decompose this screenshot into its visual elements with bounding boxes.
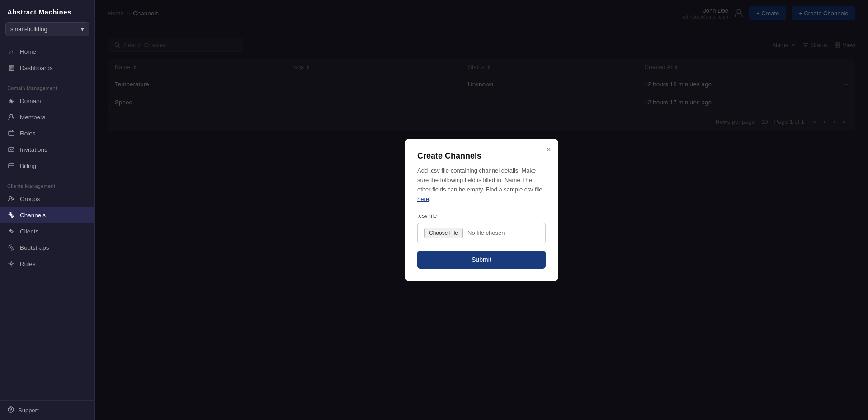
sidebar-item-label: Bootstraps — [20, 244, 49, 251]
dashboards-icon: ▦ — [7, 64, 15, 72]
workspace-selector[interactable]: smart-building ▾ — [5, 22, 89, 36]
domain-icon: ◈ — [7, 97, 15, 105]
sidebar-item-label: Billing — [20, 163, 36, 169]
csv-field-label: .csv file — [417, 212, 546, 219]
clients-icon — [7, 227, 15, 235]
sidebar-item-label: Dashboards — [20, 65, 53, 71]
svg-point-9 — [10, 263, 12, 265]
sidebar-item-invitations[interactable]: Invitations — [0, 141, 94, 158]
file-input-wrapper: Choose File No file chosen — [417, 223, 546, 243]
app-logo: Abstract Machines — [0, 0, 94, 22]
svg-rect-3 — [9, 164, 14, 168]
sidebar-item-domain[interactable]: ◈ Domain — [0, 93, 94, 109]
sidebar-item-channels[interactable]: Channels — [0, 207, 94, 223]
invitations-icon — [7, 145, 15, 154]
sidebar-item-label: Invitations — [20, 146, 47, 153]
sidebar-item-clients[interactable]: Clients — [0, 223, 94, 239]
support-label: Support — [18, 407, 39, 414]
bootstraps-icon — [7, 243, 15, 252]
sidebar-item-members[interactable]: Members — [0, 109, 94, 125]
choose-file-button[interactable]: Choose File — [424, 228, 463, 238]
sidebar-item-label: Channels — [20, 212, 46, 219]
domain-section-label: Domain Management — [0, 82, 94, 93]
support-link[interactable]: Support — [0, 400, 94, 420]
modal-close-button[interactable]: × — [546, 145, 551, 154]
sidebar-item-label: Members — [20, 114, 45, 121]
sidebar-item-home[interactable]: ⌂ Home — [0, 43, 94, 60]
sidebar-item-label: Rules — [20, 261, 36, 267]
sidebar-item-label: Domain — [20, 98, 41, 104]
rules-icon — [7, 260, 15, 268]
svg-point-7 — [10, 230, 12, 232]
channels-icon — [7, 211, 15, 219]
no-file-text: No file chosen — [467, 229, 505, 236]
roles-icon — [7, 129, 15, 137]
sidebar-item-roles[interactable]: Roles — [0, 125, 94, 141]
sidebar-item-label: Groups — [20, 196, 40, 202]
sidebar-item-groups[interactable]: Groups — [0, 191, 94, 207]
home-icon: ⌂ — [7, 47, 15, 56]
members-icon — [7, 113, 15, 121]
sidebar-item-label: Roles — [20, 130, 36, 137]
sidebar-item-label: Clients — [20, 228, 38, 235]
svg-rect-1 — [9, 131, 14, 135]
support-icon — [7, 406, 14, 415]
svg-point-8 — [10, 247, 12, 248]
svg-point-6 — [10, 214, 12, 216]
modal-description: Add .csv file containing channel details… — [417, 166, 546, 204]
clients-section-label: Clients Management — [0, 180, 94, 191]
svg-point-5 — [12, 198, 14, 200]
svg-point-11 — [10, 411, 11, 411]
sidebar-item-label: Home — [20, 48, 36, 55]
create-channels-modal: × Create Channels Add .csv file containi… — [405, 139, 558, 281]
chevron-down-icon: ▾ — [81, 26, 84, 33]
sidebar-item-rules[interactable]: Rules — [0, 256, 94, 272]
groups-icon — [7, 195, 15, 203]
sidebar-item-dashboards[interactable]: ▦ Dashboards — [0, 60, 94, 76]
sidebar: Abstract Machines smart-building ▾ ⌂ Hom… — [0, 0, 95, 420]
sample-csv-link[interactable]: here — [417, 196, 429, 202]
main-content: Home > Channels John Doe johndoe@email.c… — [95, 0, 868, 420]
svg-point-0 — [10, 114, 13, 117]
submit-button[interactable]: Submit — [417, 251, 546, 269]
workspace-name: smart-building — [10, 26, 47, 33]
billing-icon — [7, 162, 15, 170]
svg-point-4 — [9, 197, 12, 199]
modal-title: Create Channels — [417, 151, 546, 161]
sidebar-item-bootstraps[interactable]: Bootstraps — [0, 239, 94, 256]
svg-rect-2 — [9, 148, 14, 152]
modal-overlay[interactable]: × Create Channels Add .csv file containi… — [95, 0, 868, 420]
sidebar-item-billing[interactable]: Billing — [0, 158, 94, 174]
